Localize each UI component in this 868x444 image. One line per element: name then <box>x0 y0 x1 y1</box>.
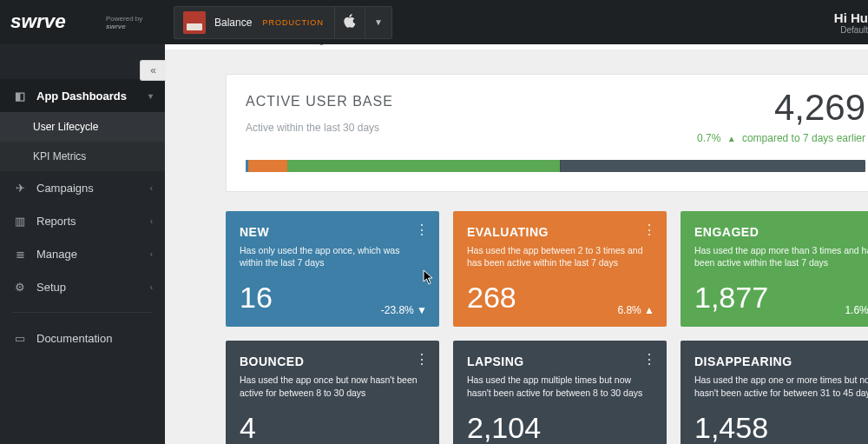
tile-lapsing[interactable]: ⋮LAPSINGHas used the app multiple times … <box>453 341 667 444</box>
card-heading: ACTIVE USER BASE <box>246 94 865 109</box>
sidebar-item-user-lifecycle[interactable]: User Lifecycle <box>0 112 165 142</box>
user-menu[interactable]: Hi Hu Default <box>834 10 868 35</box>
active-users-delta: 0.7% ▲ compared to 7 days earlier <box>697 132 865 144</box>
user-greeting: Hi Hu <box>834 10 868 25</box>
tile-delta: 6.8% ▲ <box>617 304 654 316</box>
svg-text:swrve: swrve <box>10 11 66 32</box>
tile-desc: Has used the app one or more times but n… <box>694 374 868 398</box>
gears-icon: ⚙ <box>12 281 28 294</box>
tile-value: 2,104 <box>467 411 653 444</box>
sidebar-item-campaigns[interactable]: ✈ Campaigns ‹ <box>0 171 165 204</box>
triangle-up-icon: ▲ <box>727 134 736 143</box>
tile-desc: Has used the app multiple times but now … <box>467 374 649 398</box>
nav-label: App Dashboards <box>36 89 127 103</box>
tile-value: 4 <box>240 411 425 444</box>
list-icon: ≣ <box>12 248 28 261</box>
chevron-right-icon: ‹ <box>150 183 153 193</box>
tile-name: ENGAGED <box>694 225 868 239</box>
tile-delta: 1.6% ▲ <box>845 304 868 316</box>
tile-menu-icon[interactable]: ⋮ <box>415 351 429 368</box>
segment-bar <box>246 160 865 172</box>
active-users-value: 4,269 <box>774 87 865 129</box>
nav-label: Campaigns <box>36 182 94 195</box>
environment-badge: PRODUCTION <box>262 18 324 27</box>
tile-engaged[interactable]: ⋮ENGAGEDHas used the app more than 3 tim… <box>681 211 868 327</box>
segment-engaged[interactable] <box>287 160 560 172</box>
active-user-base-card: ACTIVE USER BASE Active within the last … <box>226 74 868 192</box>
tile-value: 1,458 <box>694 411 868 444</box>
nav-section-dashboards[interactable]: ◧ App Dashboards ▾ <box>0 79 165 112</box>
apple-icon[interactable] <box>335 14 365 31</box>
sidebar-item-manage[interactable]: ≣ Manage ‹ <box>0 237 165 270</box>
tile-name: DISAPPEARING <box>694 355 868 368</box>
app-name: Balance <box>214 17 252 29</box>
nav: ◧ App Dashboards ▾ User Lifecycle KPI Me… <box>0 44 165 355</box>
main: User Lifecycle Set as default dashboard … <box>165 44 868 444</box>
collapse-sidebar-button[interactable]: « <box>140 60 166 81</box>
tile-name: BOUNCED <box>240 355 425 368</box>
tile-desc: Has used the app more than 3 times and h… <box>694 244 868 268</box>
tile-bounced[interactable]: ⋮BOUNCEDHas used the app once but now ha… <box>226 341 439 444</box>
nav-sub-label: User Lifecycle <box>33 121 98 133</box>
nav-label: Setup <box>36 281 66 294</box>
barchart-icon: ▥ <box>12 215 28 228</box>
nav-label: Documentation <box>36 332 112 345</box>
chevron-right-icon: ‹ <box>150 249 153 259</box>
nav-sub-label: KPI Metrics <box>33 150 86 162</box>
tile-evaluating[interactable]: ⋮EVALUATINGHas used the app between 2 to… <box>453 211 667 327</box>
app-tile-icon <box>183 11 206 34</box>
tile-new[interactable]: ⋮NEWHas only used the app once, which wa… <box>226 211 439 327</box>
delta-text: compared to 7 days earlier <box>742 132 865 144</box>
chevron-double-left-icon: « <box>150 64 156 76</box>
segment-lapsing[interactable] <box>561 160 865 172</box>
chevron-right-icon: ‹ <box>150 216 153 226</box>
tile-name: EVALUATING <box>467 225 653 239</box>
chevron-right-icon: ‹ <box>150 282 153 292</box>
tile-menu-icon[interactable]: ⋮ <box>642 351 656 368</box>
divider <box>12 312 153 313</box>
tile-menu-icon[interactable]: ⋮ <box>642 222 656 238</box>
chevron-down-icon[interactable]: ▼ <box>365 17 391 27</box>
nav-label: Reports <box>36 215 76 228</box>
chevron-down-icon: ▾ <box>148 91 153 101</box>
page-title: User Lifecycle <box>226 44 357 46</box>
topbar: swrve Powered by swrve Balance PRODUCTIO… <box>0 0 868 44</box>
send-icon: ✈ <box>12 182 28 195</box>
tile-desc: Has used the app once but now hasn't bee… <box>240 374 422 398</box>
tile-desc: Has used the app between 2 to 3 times an… <box>467 244 649 268</box>
sidebar-item-reports[interactable]: ▥ Reports ‹ <box>0 204 165 237</box>
nav-sub-dashboards: User Lifecycle KPI Metrics <box>0 112 165 171</box>
segment-evaluating[interactable] <box>248 160 287 172</box>
tile-disappearing[interactable]: ⋮DISAPPEARINGHas used the app one or mor… <box>681 341 868 444</box>
swrve-logo-icon: swrve <box>10 11 101 34</box>
dashboard-icon: ◧ <box>12 89 28 103</box>
page-header: User Lifecycle Set as default dashboard … <box>165 44 868 50</box>
document-icon: ▭ <box>12 332 28 345</box>
sidebar-item-documentation[interactable]: ▭ Documentation <box>0 321 165 355</box>
nav-label: Manage <box>36 248 77 261</box>
powered-by: Powered by swrve <box>106 16 142 31</box>
sidebar-item-setup[interactable]: ⚙ Setup ‹ <box>0 270 165 303</box>
lifecycle-tiles: ⋮NEWHas only used the app once, which wa… <box>226 211 868 444</box>
tile-name: NEW <box>240 225 425 239</box>
sidebar-item-kpi-metrics[interactable]: KPI Metrics <box>0 142 165 171</box>
app-selector[interactable]: Balance PRODUCTION ▼ <box>174 6 392 39</box>
delta-pct: 0.7% <box>697 132 720 144</box>
tile-delta: -23.8% ▼ <box>381 304 427 316</box>
tile-value: 1,877 <box>694 281 868 315</box>
sidebar: « ◧ App Dashboards ▾ User Lifecycle KPI … <box>0 44 165 444</box>
logo[interactable]: swrve Powered by swrve <box>0 0 165 44</box>
tile-desc: Has only used the app once, which was wi… <box>240 244 422 268</box>
user-role: Default <box>834 25 868 35</box>
tile-name: LAPSING <box>467 355 653 368</box>
tile-menu-icon[interactable]: ⋮ <box>415 222 429 238</box>
